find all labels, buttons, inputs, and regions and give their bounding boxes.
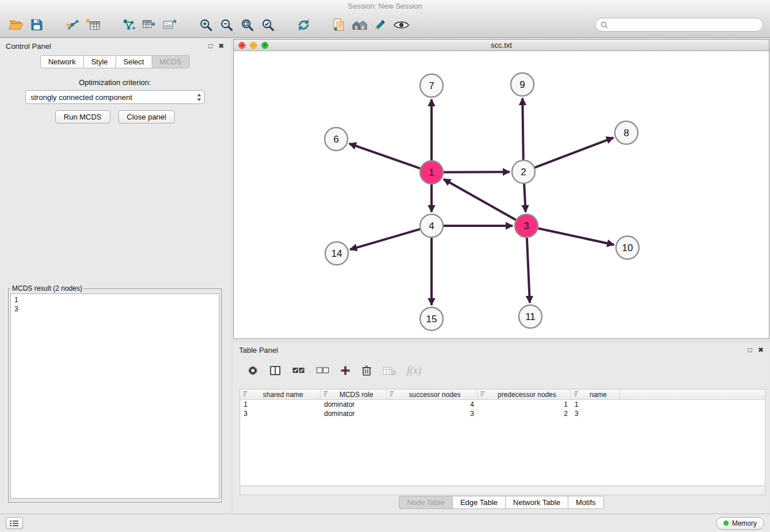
column-header-mcds-role[interactable]: MCDS role xyxy=(321,390,387,399)
cell-shared-name[interactable]: 1 xyxy=(240,400,321,409)
export-image-button[interactable] xyxy=(160,14,180,35)
edge-4-14[interactable] xyxy=(350,229,420,249)
maximize-window-icon[interactable]: + xyxy=(261,42,268,49)
network-overview-button[interactable] xyxy=(349,14,370,35)
criterion-select[interactable]: strongly connected component xyxy=(25,90,205,104)
table-horizontal-scrollbar[interactable] xyxy=(240,487,765,495)
import-network-button[interactable] xyxy=(62,14,83,35)
annotation-brush-button[interactable] xyxy=(370,14,391,35)
network-graph[interactable]: 7968124314101511 xyxy=(234,51,769,338)
edge-3-11[interactable] xyxy=(527,238,530,303)
close-window-icon[interactable]: × xyxy=(238,42,245,49)
eye-icon xyxy=(394,20,409,30)
column-header-label: name xyxy=(579,391,617,399)
open-session-button[interactable] xyxy=(6,14,26,35)
refresh-layout-button[interactable] xyxy=(293,14,314,35)
search-field[interactable] xyxy=(595,18,763,32)
mcds-result-list[interactable]: 13 xyxy=(10,294,220,499)
memory-button[interactable]: Memory xyxy=(716,517,764,530)
search-input[interactable] xyxy=(611,21,758,29)
add-column-button[interactable] xyxy=(340,365,351,376)
cell-shared-name[interactable]: 3 xyxy=(240,409,321,418)
memory-label: Memory xyxy=(732,519,757,527)
mcds-result-item[interactable]: 1 xyxy=(14,295,215,304)
edge-3-1[interactable] xyxy=(444,179,516,220)
float-panel-icon[interactable]: □ xyxy=(209,43,213,49)
zoom-selected-button[interactable] xyxy=(257,14,278,35)
table-row[interactable]: 3dominator323 xyxy=(240,409,765,418)
column-header-predecessor-nodes[interactable]: predecessor nodes xyxy=(478,390,571,399)
open-folder-icon xyxy=(9,18,24,32)
zoom-in-button[interactable] xyxy=(195,14,216,35)
save-session-button[interactable] xyxy=(26,14,47,35)
fx-icon: f(x) xyxy=(407,365,421,377)
close-panel-button[interactable]: Close panel xyxy=(118,110,175,124)
zoom-fit-button[interactable] xyxy=(237,14,257,35)
select-all-columns-button[interactable] xyxy=(292,367,305,375)
window-title: Session: New Session xyxy=(0,2,770,10)
cell-predecessor-nodes[interactable]: 2 xyxy=(478,409,571,418)
application-window: Session: New Session xyxy=(0,0,770,532)
cell-predecessor-nodes[interactable]: 1 xyxy=(478,400,571,409)
network-snapshot-button[interactable] xyxy=(329,14,349,35)
edge-2-9[interactable] xyxy=(522,98,523,160)
table-panel: Table Panel □ ✖ xyxy=(233,343,769,514)
node-label-14: 14 xyxy=(332,248,342,259)
mcds-result-item[interactable]: 3 xyxy=(14,304,215,314)
node-label-6: 6 xyxy=(333,134,338,145)
import-table-button[interactable] xyxy=(83,14,103,35)
tab-network[interactable]: Network xyxy=(40,55,83,68)
cell-mcds-role[interactable]: dominator xyxy=(321,409,387,418)
cell-successor-nodes[interactable]: 4 xyxy=(387,400,478,409)
minimize-window-icon[interactable]: − xyxy=(250,42,257,49)
cell-name[interactable]: 1 xyxy=(571,400,620,409)
zoom-out-icon xyxy=(220,18,234,32)
tab-edge-table[interactable]: Edge Table xyxy=(452,496,505,509)
column-header-successor-nodes[interactable]: successor nodes xyxy=(387,390,478,399)
float-table-panel-icon[interactable]: □ xyxy=(748,346,752,353)
zoom-selected-icon xyxy=(261,18,275,32)
cell-name[interactable]: 3 xyxy=(571,409,620,418)
show-panels-button[interactable] xyxy=(6,517,23,529)
run-mcds-button[interactable]: Run MCDS xyxy=(55,110,110,124)
zoom-fit-icon xyxy=(240,18,255,32)
column-chooser-button[interactable] xyxy=(270,365,281,376)
edge-2-3[interactable] xyxy=(524,184,526,212)
close-panel-icon[interactable]: ✖ xyxy=(218,43,224,49)
deselect-all-columns-button[interactable] xyxy=(316,367,329,375)
search-icon xyxy=(600,21,608,29)
tab-motifs[interactable]: Motifs xyxy=(568,496,604,509)
cell-successor-nodes[interactable]: 3 xyxy=(387,409,478,418)
control-panel: Control Panel □ ✖ NetworkStyleSelectMCDS… xyxy=(0,39,230,514)
close-table-panel-icon[interactable]: ✖ xyxy=(758,346,764,353)
optimization-criterion-label: Optimization criterion: xyxy=(0,78,230,87)
graphics-details-button[interactable] xyxy=(391,14,411,35)
node-label-3: 3 xyxy=(523,221,529,232)
delete-column-button[interactable] xyxy=(361,365,372,376)
column-sort-icon xyxy=(573,391,579,399)
first-neighbors-button[interactable] xyxy=(118,14,139,35)
network-view-window: × − + scc.txt 7968124314101511 xyxy=(233,39,769,339)
edge-3-10[interactable] xyxy=(538,228,614,245)
function-builder-button[interactable]: f(x) xyxy=(407,365,421,377)
tab-mcds[interactable]: MCDS xyxy=(152,55,190,68)
edge-1-6[interactable] xyxy=(349,144,421,168)
tab-style[interactable]: Style xyxy=(83,55,116,68)
first-neighbors-icon xyxy=(121,17,136,32)
delete-table-button[interactable] xyxy=(383,366,396,376)
export-table-button[interactable] xyxy=(139,14,160,35)
edge-2-8[interactable] xyxy=(535,138,614,168)
tab-network-table[interactable]: Network Table xyxy=(505,496,568,509)
table-settings-button[interactable] xyxy=(247,365,259,376)
window-chrome: Session: New Session xyxy=(0,0,770,38)
column-header-shared-name[interactable]: shared name xyxy=(240,390,321,399)
edge-1-2[interactable] xyxy=(444,172,510,172)
column-header-name[interactable]: name xyxy=(571,390,620,399)
columns-icon xyxy=(270,365,281,376)
zoom-out-button[interactable] xyxy=(216,14,237,35)
tab-select[interactable]: Select xyxy=(116,55,152,68)
node-label-8: 8 xyxy=(623,128,629,138)
table-row[interactable]: 1dominator411 xyxy=(240,400,765,409)
tab-node-table[interactable]: Node Table xyxy=(399,496,452,509)
cell-mcds-role[interactable]: dominator xyxy=(321,400,387,409)
